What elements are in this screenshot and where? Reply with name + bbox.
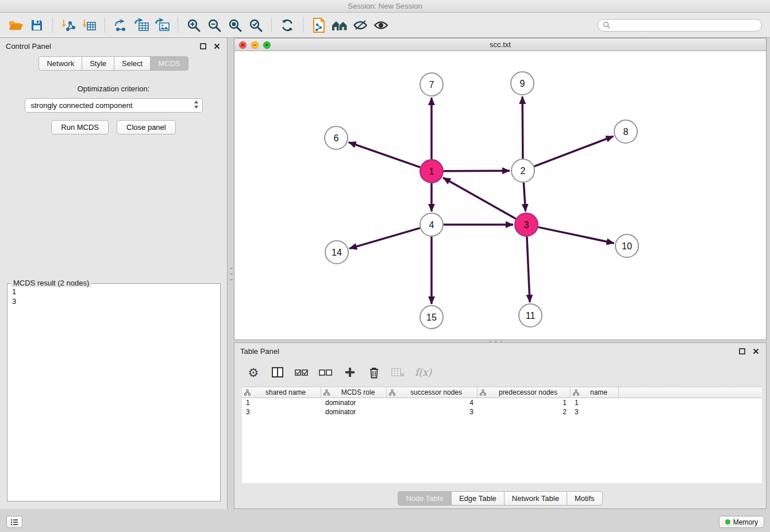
export-network-button[interactable] [110,15,131,36]
show-details-button[interactable] [371,15,391,36]
import-table-button[interactable] [79,15,99,36]
network-graph-svg[interactable]: 7968124314101511 [234,51,766,340]
close-window-button[interactable] [239,41,247,49]
column-header-shared-name[interactable]: shared name [242,387,321,398]
graph-edge-3-11[interactable] [527,237,530,302]
cell-predecessor-nodes[interactable]: 2 [478,407,571,417]
zoom-fit-icon [228,18,242,33]
cell-predecessor-nodes[interactable]: 1 [478,398,571,407]
graph-edge-1-6[interactable] [349,142,420,167]
zoom-selected-button[interactable] [245,15,266,36]
open-file-button[interactable] [6,15,26,36]
graph-node-8[interactable]: 8 [614,120,637,143]
graph-node-3[interactable]: 3 [515,213,538,236]
tab-network-table[interactable]: Network Table [504,491,567,506]
tab-style[interactable]: Style [82,56,114,71]
apply-layout-button[interactable] [277,15,298,36]
graph-edge-3-10[interactable] [538,227,614,243]
graph-edge-2-3[interactable] [523,183,525,211]
cell-name[interactable]: 1 [571,398,619,407]
graph-node-6[interactable]: 6 [325,126,348,149]
zoom-window-button[interactable] [263,41,271,49]
tab-select[interactable]: Select [114,56,151,71]
first-neighbors-button[interactable] [329,15,350,36]
graph-node-15[interactable]: 15 [420,306,443,329]
cell-name[interactable]: 3 [571,407,619,417]
graph-node-label: 14 [332,248,342,257]
task-history-button[interactable] [6,516,22,528]
graph-edge-4-14[interactable] [349,228,420,249]
search-input[interactable] [613,21,757,29]
zoom-in-button[interactable] [183,15,204,36]
minimize-window-button[interactable] [251,41,259,49]
vertical-splitter[interactable] [229,268,233,280]
cell-successor-nodes[interactable]: 4 [387,398,478,407]
window-titlebar[interactable]: Session: New Session [0,0,770,13]
graph-edge-1-2[interactable] [444,171,510,171]
select-all-rows-button[interactable] [294,364,309,381]
network-window-titlebar[interactable]: scc.txt [234,38,766,51]
cell-shared-name[interactable]: 1 [242,398,321,407]
graph-edge-2-8[interactable] [534,136,614,166]
delete-column-button[interactable] [367,364,382,381]
close-panel-action-button[interactable]: Close panel [117,120,176,134]
zoom-out-button[interactable] [204,15,225,36]
function-builder-button[interactable]: f(x) [415,364,432,381]
status-bar: Memory [0,511,770,532]
column-header-name[interactable]: name [571,387,619,398]
import-network-button[interactable] [58,15,79,36]
cell-shared-name[interactable]: 3 [242,407,321,417]
column-header-mcds-role[interactable]: MCDS role [321,387,387,398]
cell-mcds-role[interactable]: dominator [321,398,387,407]
graph-edge-2-9[interactable] [522,97,523,159]
delete-table-button[interactable] [391,364,406,381]
deselect-all-rows-button[interactable] [318,364,333,381]
graph-node-1[interactable]: 1 [420,160,443,183]
graph-node-9[interactable]: 9 [511,72,534,95]
gear-icon: ⚙ [248,367,259,379]
float-panel-button[interactable] [198,41,207,51]
memory-button[interactable]: Memory [719,516,764,528]
show-columns-button[interactable] [270,364,285,381]
column-header-predecessor-nodes[interactable]: predecessor nodes [478,387,571,398]
optimization-criterion-select[interactable]: strongly connected component [25,98,203,113]
column-header-label: predecessor nodes [488,388,568,396]
graph-node-11[interactable]: 11 [519,304,542,327]
close-table-panel-button[interactable] [751,346,760,356]
graph-edge-3-1[interactable] [443,178,516,218]
search-box [598,19,762,32]
graph-node-10[interactable]: 10 [615,234,638,257]
graph-node-4[interactable]: 4 [420,213,443,236]
network-from-clipboard-button[interactable] [309,15,329,36]
tab-node-table[interactable]: Node Table [398,491,452,506]
add-column-button[interactable] [342,364,357,381]
half-eye-icon [352,19,368,32]
main-toolbar [0,13,770,38]
export-image-button[interactable] [152,15,172,36]
zoom-fit-button[interactable] [225,15,245,36]
float-table-panel-button[interactable] [737,346,746,356]
export-table-button[interactable] [131,15,152,36]
cell-mcds-role[interactable]: dominator [321,407,387,417]
mcds-result-text[interactable]: 1 3 [7,284,220,309]
graph-node-14[interactable]: 14 [325,241,348,264]
table-row[interactable]: 1dominator411 [242,398,762,407]
column-header-successor-nodes[interactable]: successor nodes [387,387,478,398]
hide-details-button[interactable] [350,15,371,36]
run-mcds-button[interactable]: Run MCDS [51,120,109,134]
tab-mcds[interactable]: MCDS [150,56,188,71]
table-row[interactable]: 3dominator323 [242,407,762,417]
table-settings-button[interactable]: ⚙ [246,364,261,381]
trash-icon [369,367,379,379]
cell-successor-nodes[interactable]: 3 [387,407,478,417]
toolbar-separator [105,18,105,33]
tab-network[interactable]: Network [38,56,82,71]
graph-node-2[interactable]: 2 [511,159,534,182]
table-panel-title: Table Panel [240,347,279,356]
save-session-button[interactable] [26,15,47,36]
tab-edge-table[interactable]: Edge Table [451,491,505,506]
graph-node-7[interactable]: 7 [420,73,443,96]
tab-motifs[interactable]: Motifs [567,491,603,506]
export-image-icon [154,18,170,33]
close-panel-button[interactable] [212,41,221,51]
